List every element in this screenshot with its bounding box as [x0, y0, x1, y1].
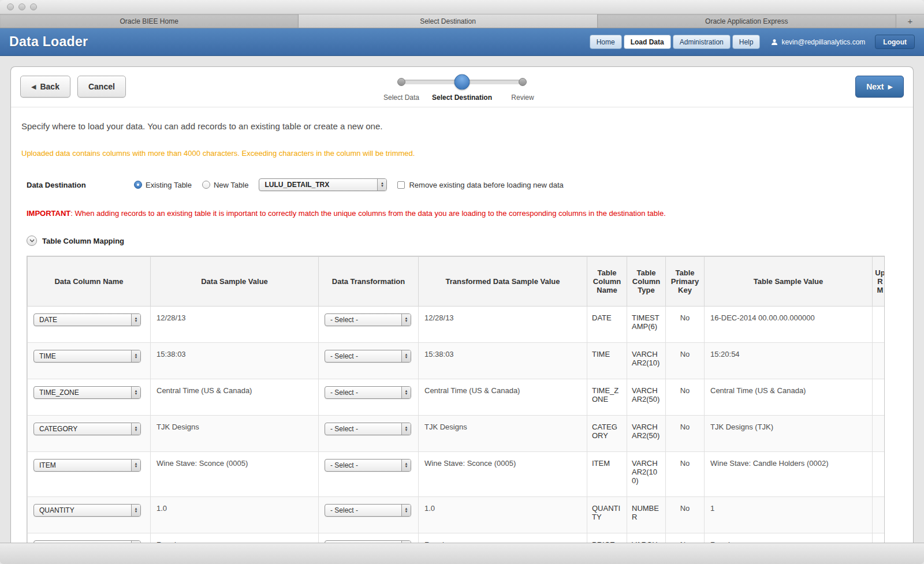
table-primary-key-cell: No	[666, 416, 705, 452]
mapping-table-container: Data Column Name Data Sample Value Data …	[27, 256, 885, 564]
data-column-select[interactable]: ITEM ▲▼	[33, 459, 141, 472]
data-destination-row: Data Destination Existing Table New Tabl…	[27, 178, 903, 191]
clipped-cell	[873, 343, 885, 379]
data-column-cell: QUANTITY ▲▼	[28, 497, 151, 533]
table-sample-value-cell: 16-DEC-2014 00.00.00.000000	[705, 307, 873, 343]
data-column-select-value: TIME_ZONE	[34, 389, 131, 397]
browser-tab-oracle-application-express[interactable]: Oracle Application Express	[598, 14, 896, 28]
data-column-cell: DATE ▲▼	[28, 307, 151, 343]
data-transformation-select-value: - Select -	[325, 352, 401, 360]
table-row: ITEM ▲▼ Wine Stave: Sconce (0005) - Sele…	[28, 452, 885, 497]
cancel-button[interactable]: Cancel	[77, 76, 126, 98]
select-stepper-icon: ▲▼	[131, 387, 140, 398]
new-table-radio[interactable]	[202, 181, 210, 189]
table-column-type-cell: TIMESTAMP(6)	[627, 307, 666, 343]
data-transformation-select[interactable]: - Select - ▲▼	[325, 459, 411, 472]
transformed-sample-value-cell: 1.0	[419, 497, 587, 533]
table-column-type-cell: NUMBER	[627, 497, 666, 533]
data-transformation-select-value: - Select -	[325, 389, 401, 397]
data-transformation-select[interactable]: - Select - ▲▼	[325, 350, 411, 363]
col-header-data-column-name: Data Column Name	[28, 257, 151, 307]
wizard-step-dot-select-destination	[454, 74, 470, 90]
data-column-select[interactable]: DATE ▲▼	[33, 313, 141, 326]
next-button[interactable]: Next ▶	[855, 76, 904, 98]
logout-button[interactable]: Logout	[875, 35, 915, 49]
table-column-type-cell: VARCHAR2(50)	[627, 416, 666, 452]
col-header-table-sample-value: Table Sample Value	[705, 257, 873, 307]
tab-label: Oracle BIEE Home	[120, 17, 178, 25]
select-stepper-icon: ▲▼	[131, 350, 140, 362]
data-sample-value-cell: 12/28/13	[151, 307, 319, 343]
data-transformation-cell: - Select - ▲▼	[319, 307, 419, 343]
data-transformation-select-value: - Select -	[325, 316, 401, 324]
browser-tab-oracle-biee-home[interactable]: Oracle BIEE Home	[0, 14, 299, 28]
table-column-type-cell: VARCHAR2(10)	[627, 343, 666, 379]
table-sample-value-cell: 1	[705, 497, 873, 533]
nav-help[interactable]: Help	[732, 35, 761, 49]
nav-load-data[interactable]: Load Data	[624, 35, 671, 49]
table-primary-key-cell: No	[666, 343, 705, 379]
warning-message: Uploaded data contains columns with more…	[21, 149, 903, 158]
zoom-icon[interactable]	[30, 3, 37, 10]
close-icon[interactable]	[7, 3, 14, 10]
select-stepper-icon: ▲▼	[377, 179, 386, 191]
table-column-name-cell: DATE	[587, 307, 627, 343]
existing-table-radio[interactable]	[134, 181, 142, 189]
data-transformation-cell: - Select - ▲▼	[319, 497, 419, 533]
data-column-select[interactable]: TIME_ZONE ▲▼	[33, 386, 141, 399]
data-column-cell: ITEM ▲▼	[28, 452, 151, 497]
cancel-button-label: Cancel	[88, 82, 115, 91]
table-row: TIME ▲▼ 15:38:03 - Select - ▲▼ 15:38:03 …	[28, 343, 885, 379]
data-column-select[interactable]: CATEGORY ▲▼	[33, 423, 141, 435]
data-sample-value-cell: TJK Designs	[151, 416, 319, 452]
transformed-sample-value-cell: TJK Designs	[419, 416, 587, 452]
data-column-cell: TIME ▲▼	[28, 343, 151, 379]
important-note: IMPORTANT: When adding records to an exi…	[27, 209, 896, 218]
data-transformation-select[interactable]: - Select - ▲▼	[325, 504, 411, 517]
data-transformation-select[interactable]: - Select - ▲▼	[325, 423, 411, 435]
col-header-data-sample-value: Data Sample Value	[151, 257, 319, 307]
transformed-sample-value-cell: 12/28/13	[419, 307, 587, 343]
nav-home[interactable]: Home	[590, 35, 622, 49]
page-title: Data Loader	[9, 34, 88, 50]
table-column-type-cell: VARCHAR2(100)	[627, 452, 666, 497]
select-stepper-icon: ▲▼	[131, 314, 140, 326]
new-table-radio-label[interactable]: New Table	[214, 181, 248, 189]
destination-table-select[interactable]: LULU_DETAIL_TRX ▲▼	[259, 178, 387, 191]
table-column-mapping-toggle[interactable]	[27, 236, 37, 246]
data-transformation-select-value: - Select -	[325, 425, 401, 433]
data-sample-value-cell: 15:38:03	[151, 343, 319, 379]
data-column-select[interactable]: QUANTITY ▲▼	[33, 504, 141, 517]
new-tab-button[interactable]: +	[896, 14, 924, 28]
table-column-mapping-header: Table Column Mapping	[27, 236, 913, 246]
nav-administration[interactable]: Administration	[673, 35, 731, 49]
wizard-step-labels: Select Data Select Destination Review	[401, 94, 523, 103]
mapping-table-header-row: Data Column Name Data Sample Value Data …	[28, 257, 885, 307]
table-primary-key-cell: No	[666, 452, 705, 497]
data-transformation-select[interactable]: - Select - ▲▼	[325, 313, 411, 326]
existing-table-radio-label[interactable]: Existing Table	[146, 181, 192, 189]
minimize-icon[interactable]	[18, 3, 25, 10]
select-stepper-icon: ▲▼	[401, 505, 411, 516]
browser-tab-select-destination[interactable]: Select Destination	[299, 14, 597, 28]
data-destination-label: Data Destination	[27, 181, 134, 189]
back-button[interactable]: ◀ Back	[20, 76, 70, 98]
table-column-mapping-title: Table Column Mapping	[42, 237, 124, 245]
transformed-sample-value-cell: Central Time (US & Canada)	[419, 379, 587, 416]
select-stepper-icon: ▲▼	[131, 505, 140, 516]
data-transformation-select[interactable]: - Select - ▲▼	[325, 386, 411, 399]
mapping-table: Data Column Name Data Sample Value Data …	[27, 256, 885, 564]
data-column-select-value: ITEM	[34, 461, 131, 469]
remove-existing-checkbox[interactable]	[397, 181, 405, 189]
wizard-step-dot-select-data	[397, 78, 405, 86]
remove-existing-checkbox-label[interactable]: Remove existing data before loading new …	[409, 181, 563, 189]
data-transformation-cell: - Select - ▲▼	[319, 379, 419, 416]
col-header-table-column-type: Table Column Type	[627, 257, 666, 307]
clipped-cell	[873, 416, 885, 452]
data-column-select[interactable]: TIME ▲▼	[33, 350, 141, 363]
user-info: kevin@redpillanalytics.com	[771, 38, 865, 46]
data-sample-value-cell: Central Time (US & Canada)	[151, 379, 319, 416]
transformed-sample-value-cell: 15:38:03	[419, 343, 587, 379]
table-row: QUANTITY ▲▼ 1.0 - Select - ▲▼ 1.0 QUANTI…	[28, 497, 885, 533]
wizard-track	[401, 80, 523, 84]
